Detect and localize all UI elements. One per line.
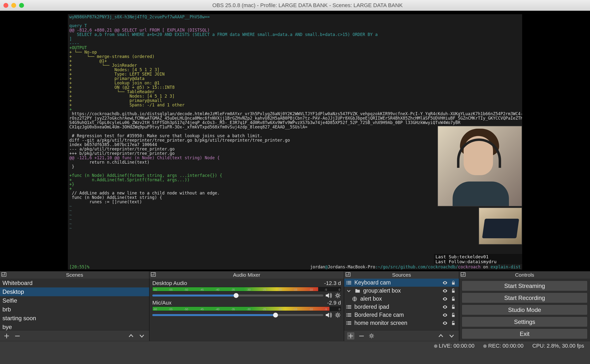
- exit-button[interactable]: Exit: [462, 329, 588, 339]
- dock-icon[interactable]: [1, 272, 6, 277]
- scene-item[interactable]: Selfie: [0, 296, 149, 305]
- svg-rect-38: [348, 321, 351, 322]
- svg-line-7: [336, 296, 337, 297]
- source-item[interactable]: alert box: [344, 295, 459, 303]
- window-traffic-lights[interactable]: [3, 3, 24, 8]
- audio-mixer: Desktop Audio-12.3 d-60-55-50-45-40-35-3…: [149, 279, 344, 341]
- source-item[interactable]: bordered ipad: [344, 303, 459, 311]
- lines-icon: [346, 320, 352, 326]
- start-recording-button[interactable]: Start Recording: [462, 293, 588, 303]
- visibility-icon[interactable]: [442, 304, 449, 310]
- svg-rect-42: [348, 324, 351, 325]
- svg-rect-18: [346, 281, 347, 282]
- webcam-keyboard-source[interactable]: [479, 207, 522, 245]
- source-name: group:alert box: [363, 287, 440, 294]
- scene-item[interactable]: brb: [0, 305, 149, 314]
- status-bar: LIVE: 00:00:00 REC: 00:00:00 CPU: 2.8%, …: [0, 341, 590, 350]
- window-title: OBS 25.0.8 (mac) - Profile: LARGE DATA B…: [28, 2, 587, 9]
- svg-rect-20: [346, 282, 347, 283]
- zoom-window-button[interactable]: [19, 3, 24, 8]
- mute-icon[interactable]: [325, 292, 333, 299]
- source-item[interactable]: Bordered Face cam: [344, 311, 459, 319]
- remove-source-button[interactable]: −: [358, 332, 365, 340]
- svg-line-16: [336, 316, 337, 317]
- audio-track-db: -12.3 d: [324, 280, 341, 286]
- visibility-icon[interactable]: [442, 296, 449, 302]
- svg-line-17: [339, 313, 339, 314]
- source-item[interactable]: group:alert box: [344, 287, 459, 295]
- source-item[interactable]: home monitor screen: [344, 319, 459, 327]
- dock-icon[interactable]: [151, 272, 156, 277]
- visibility-icon[interactable]: [442, 280, 449, 285]
- svg-line-51: [373, 334, 373, 335]
- visibility-icon[interactable]: [442, 288, 449, 294]
- audio-track: Desktop Audio-12.3 d-60-55-50-45-40-35-3…: [152, 280, 341, 299]
- minimize-window-button[interactable]: [11, 3, 16, 8]
- source-name: home monitor screen: [354, 320, 440, 326]
- scene-preview[interactable]: wyN986hP87k2PNY3j_s0X-h3Nej4TfQ_2cvuePvf…: [68, 14, 522, 270]
- lock-icon[interactable]: [451, 313, 458, 317]
- status-live: LIVE: 00:00:00: [434, 343, 475, 349]
- svg-rect-41: [346, 324, 347, 325]
- status-cpu: CPU: 2.8%, 30.00 fps: [532, 343, 584, 349]
- webcam-face-source[interactable]: [437, 126, 522, 206]
- audio-settings-icon[interactable]: [335, 312, 341, 318]
- volume-slider[interactable]: [152, 314, 323, 316]
- start-streaming-button[interactable]: Start Streaming: [462, 281, 588, 291]
- svg-line-14: [336, 313, 337, 314]
- sources-list[interactable]: Keyboard camgroup:alert boxalert boxbord…: [344, 279, 459, 330]
- dock-icon[interactable]: [461, 272, 466, 277]
- mute-icon[interactable]: [325, 312, 333, 318]
- audio-settings-icon[interactable]: [335, 292, 341, 299]
- svg-rect-32: [348, 313, 351, 314]
- dock-icon[interactable]: [346, 272, 350, 277]
- studio-mode-button[interactable]: Studio Mode: [462, 305, 588, 315]
- lines-icon: [346, 304, 352, 310]
- globe-icon: [351, 296, 358, 302]
- source-properties-button[interactable]: [369, 333, 376, 339]
- move-scene-down-button[interactable]: [139, 333, 146, 339]
- scene-item[interactable]: starting soon: [0, 314, 149, 323]
- lock-icon[interactable]: [451, 297, 458, 301]
- source-item[interactable]: Keyboard cam: [344, 279, 459, 287]
- svg-rect-33: [346, 315, 347, 315]
- scenes-list[interactable]: WhiteboardDesktopSelfiebrbstarting soonb…: [0, 279, 149, 330]
- svg-rect-40: [348, 323, 351, 323]
- terminal-path: jordan@Jordans-MacBook-Pro:~/go/src/gith…: [310, 265, 521, 269]
- svg-line-48: [370, 334, 371, 335]
- lock-icon[interactable]: [451, 289, 458, 293]
- scene-item[interactable]: bye: [0, 323, 149, 330]
- lock-icon[interactable]: [451, 305, 458, 309]
- scene-item[interactable]: Whiteboard: [0, 279, 149, 287]
- add-scene-button[interactable]: +: [3, 332, 10, 340]
- scene-item[interactable]: Desktop: [0, 287, 149, 296]
- move-source-up-button[interactable]: [438, 333, 445, 339]
- lock-icon[interactable]: [451, 281, 458, 285]
- visibility-icon[interactable]: [442, 312, 449, 318]
- svg-rect-36: [348, 316, 351, 317]
- svg-line-15: [339, 316, 339, 317]
- lock-icon[interactable]: [451, 321, 458, 325]
- visibility-icon[interactable]: [442, 320, 449, 326]
- settings-button[interactable]: Settings: [462, 317, 588, 327]
- move-source-down-button[interactable]: [449, 333, 456, 339]
- source-name: alert box: [360, 296, 440, 302]
- volume-slider[interactable]: [152, 295, 323, 296]
- lines-icon: [346, 312, 352, 318]
- source-name: Keyboard cam: [354, 279, 440, 286]
- remove-scene-button[interactable]: −: [14, 332, 21, 340]
- preview-area: wyN986hP87k2PNY3j_s0X-h3Nej4TfQ_2cvuePvf…: [0, 11, 590, 271]
- svg-line-6: [339, 296, 339, 297]
- scenes-panel-header: Scenes: [0, 271, 149, 279]
- svg-rect-29: [346, 308, 347, 308]
- overlay-last-sub: Last Sub:teckeldev01: [435, 254, 521, 259]
- add-source-button[interactable]: +: [347, 332, 354, 340]
- source-name: bordered ipad: [354, 304, 440, 310]
- folder-icon: [354, 288, 361, 294]
- svg-rect-22: [346, 284, 347, 284]
- close-window-button[interactable]: [3, 3, 8, 8]
- move-scene-up-button[interactable]: [128, 333, 135, 339]
- terminal-prompt: [20:55]%: [69, 265, 89, 269]
- lines-icon: [346, 280, 352, 285]
- chevron-down-icon[interactable]: [346, 288, 352, 294]
